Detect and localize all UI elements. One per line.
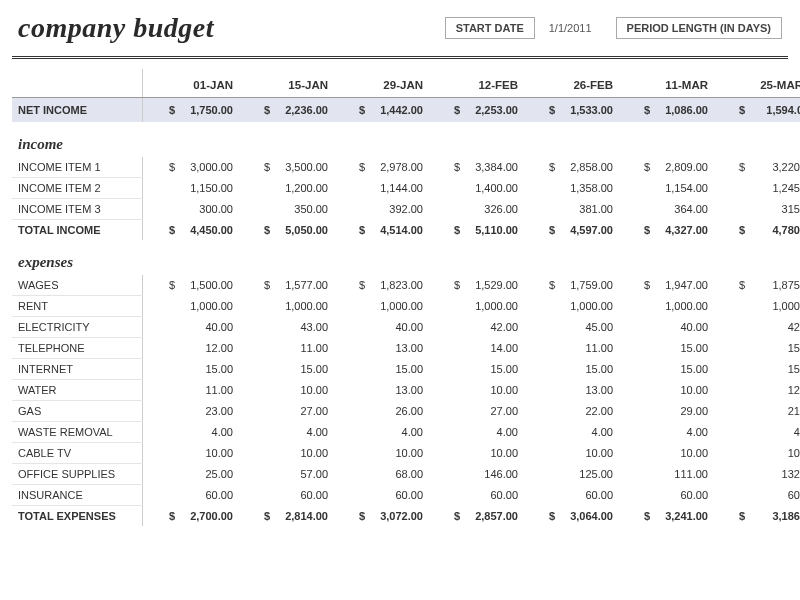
cell[interactable]: $4,450.00 <box>142 220 237 241</box>
cell[interactable]: $3,072.00 <box>332 506 427 527</box>
cell[interactable]: 11.00 <box>237 338 332 359</box>
cell[interactable]: $4,514.00 <box>332 220 427 241</box>
cell[interactable]: $5,110.00 <box>427 220 522 241</box>
cell[interactable]: 10.00 <box>617 380 712 401</box>
cell[interactable]: 132. <box>712 464 800 485</box>
cell[interactable]: 26.00 <box>332 401 427 422</box>
cell[interactable]: 392.00 <box>332 199 427 220</box>
cell[interactable]: $5,050.00 <box>237 220 332 241</box>
cell[interactable]: 364.00 <box>617 199 712 220</box>
cell[interactable]: 1,144.00 <box>332 178 427 199</box>
cell[interactable]: 23.00 <box>142 401 237 422</box>
cell[interactable]: 40.00 <box>142 317 237 338</box>
cell[interactable]: 11.00 <box>142 380 237 401</box>
cell[interactable]: 10.00 <box>427 380 522 401</box>
cell[interactable]: 15. <box>712 359 800 380</box>
cell[interactable]: 4.00 <box>142 422 237 443</box>
cell[interactable]: 13.00 <box>332 380 427 401</box>
cell[interactable]: 60.00 <box>617 485 712 506</box>
cell[interactable]: 27.00 <box>427 401 522 422</box>
cell[interactable]: 1,000.00 <box>617 296 712 317</box>
cell[interactable]: $3,186. <box>712 506 800 527</box>
cell[interactable]: 4.00 <box>617 422 712 443</box>
cell[interactable]: 111.00 <box>617 464 712 485</box>
cell[interactable]: $2,253.00 <box>427 98 522 123</box>
cell[interactable]: $3,500.00 <box>237 157 332 178</box>
cell[interactable]: 15.00 <box>332 359 427 380</box>
cell[interactable]: 350.00 <box>237 199 332 220</box>
cell[interactable]: 15.00 <box>617 338 712 359</box>
cell[interactable]: 60.00 <box>237 485 332 506</box>
cell[interactable]: 27.00 <box>237 401 332 422</box>
cell[interactable]: 1,000.00 <box>142 296 237 317</box>
cell[interactable]: 1,150.00 <box>142 178 237 199</box>
cell[interactable]: 60. <box>712 485 800 506</box>
cell[interactable]: 15.00 <box>142 359 237 380</box>
cell[interactable]: 10.00 <box>142 443 237 464</box>
cell[interactable]: $4,597.00 <box>522 220 617 241</box>
cell[interactable]: 125.00 <box>522 464 617 485</box>
cell[interactable]: 10. <box>712 443 800 464</box>
cell[interactable]: $2,978.00 <box>332 157 427 178</box>
cell[interactable]: 45.00 <box>522 317 617 338</box>
cell[interactable]: $1,533.00 <box>522 98 617 123</box>
cell[interactable]: 40.00 <box>617 317 712 338</box>
cell[interactable]: 60.00 <box>522 485 617 506</box>
cell[interactable]: $2,858.00 <box>522 157 617 178</box>
cell[interactable]: 42.00 <box>427 317 522 338</box>
cell[interactable]: $2,236.00 <box>237 98 332 123</box>
cell[interactable]: 15.00 <box>427 359 522 380</box>
cell[interactable]: $3,000.00 <box>142 157 237 178</box>
cell[interactable]: 10.00 <box>427 443 522 464</box>
cell[interactable]: 300.00 <box>142 199 237 220</box>
cell[interactable]: 10.00 <box>237 380 332 401</box>
cell[interactable]: 10.00 <box>237 443 332 464</box>
cell[interactable]: $1,442.00 <box>332 98 427 123</box>
cell[interactable]: $2,809.00 <box>617 157 712 178</box>
cell[interactable]: $1,823.00 <box>332 275 427 296</box>
cell[interactable]: 4.00 <box>427 422 522 443</box>
cell[interactable]: 1,000.00 <box>237 296 332 317</box>
cell[interactable]: $2,814.00 <box>237 506 332 527</box>
cell[interactable]: 68.00 <box>332 464 427 485</box>
cell[interactable]: $1,086.00 <box>617 98 712 123</box>
cell[interactable]: 4.00 <box>332 422 427 443</box>
cell[interactable]: 43.00 <box>237 317 332 338</box>
cell[interactable]: $1,759.00 <box>522 275 617 296</box>
cell[interactable]: 4.00 <box>237 422 332 443</box>
cell[interactable]: 4. <box>712 422 800 443</box>
cell[interactable]: $3,384.00 <box>427 157 522 178</box>
cell[interactable]: 25.00 <box>142 464 237 485</box>
cell[interactable]: 40.00 <box>332 317 427 338</box>
cell[interactable]: 1,154.00 <box>617 178 712 199</box>
cell[interactable]: $2,700.00 <box>142 506 237 527</box>
cell[interactable]: 1,000.00 <box>427 296 522 317</box>
cell[interactable]: 1,000.00 <box>332 296 427 317</box>
cell[interactable]: 13.00 <box>332 338 427 359</box>
cell[interactable]: 326.00 <box>427 199 522 220</box>
cell[interactable]: $3,241.00 <box>617 506 712 527</box>
cell[interactable]: 146.00 <box>427 464 522 485</box>
cell[interactable]: 60.00 <box>427 485 522 506</box>
cell[interactable]: 1,200.00 <box>237 178 332 199</box>
cell[interactable]: 12. <box>712 380 800 401</box>
cell[interactable]: $4,327.00 <box>617 220 712 241</box>
cell[interactable]: $1,875. <box>712 275 800 296</box>
cell[interactable]: $1,594.0 <box>712 98 800 123</box>
cell[interactable]: 381.00 <box>522 199 617 220</box>
cell[interactable]: $1,577.00 <box>237 275 332 296</box>
cell[interactable]: 60.00 <box>332 485 427 506</box>
cell[interactable]: 1,358.00 <box>522 178 617 199</box>
cell[interactable]: $1,947.00 <box>617 275 712 296</box>
cell[interactable]: $1,500.00 <box>142 275 237 296</box>
start-date-value[interactable]: 1/1/2011 <box>543 22 598 34</box>
cell[interactable]: 1,000. <box>712 296 800 317</box>
cell[interactable]: $2,857.00 <box>427 506 522 527</box>
cell[interactable]: 12.00 <box>142 338 237 359</box>
cell[interactable]: 1,400.00 <box>427 178 522 199</box>
cell[interactable]: 15.00 <box>522 359 617 380</box>
cell[interactable]: 10.00 <box>522 443 617 464</box>
cell[interactable]: $3,220. <box>712 157 800 178</box>
cell[interactable]: 10.00 <box>617 443 712 464</box>
cell[interactable]: $3,064.00 <box>522 506 617 527</box>
